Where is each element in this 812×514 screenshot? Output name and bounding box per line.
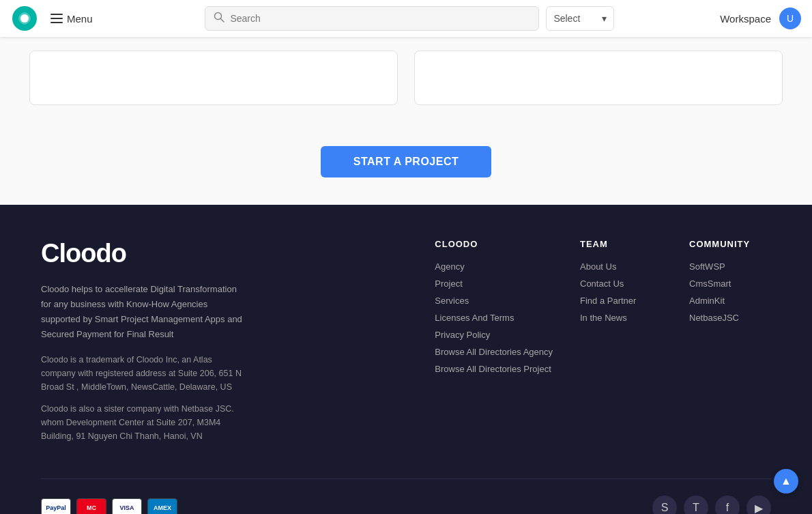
- select-label: Select: [553, 13, 580, 24]
- footer-link-adminkit[interactable]: AdminKit: [689, 296, 771, 306]
- footer-columns: CLOODO Agency Project Services Licenses …: [273, 239, 771, 451]
- footer-col-team: TEAM About Us Contact Us Find a Partner …: [580, 239, 662, 451]
- facebook-icon[interactable]: f: [715, 496, 740, 514]
- twitter-icon[interactable]: T: [684, 496, 708, 514]
- card-right: [414, 51, 783, 105]
- footer-link-partner[interactable]: Find a Partner: [580, 296, 662, 306]
- cards-section: [0, 37, 812, 126]
- footer-description-1: Cloodo helps to accellerate Digital Tran…: [41, 282, 246, 342]
- footer-brand: Cloodo Cloodo helps to accellerate Digit…: [41, 239, 246, 451]
- workspace-label: Workspace: [720, 13, 771, 25]
- footer-address-2: Cloodo is also a sister company with Net…: [41, 402, 246, 443]
- footer-col-community: COMMUNITY SoftWSP CmsSmart AdminKit Netb…: [689, 239, 771, 451]
- footer-link-contact[interactable]: Contact Us: [580, 279, 662, 289]
- chevron-down-icon: ▾: [602, 13, 607, 24]
- cloodo-col-title: CLOODO: [435, 239, 553, 249]
- card-left: [29, 51, 398, 105]
- header-right: Workspace U: [720, 8, 801, 29]
- footer: Cloodo Cloodo helps to accellerate Digit…: [0, 205, 812, 514]
- search-icon: [214, 12, 224, 25]
- footer-top: Cloodo Cloodo helps to accellerate Digit…: [41, 239, 771, 451]
- footer-link-agency[interactable]: Agency: [435, 261, 553, 272]
- header-left: Menu: [11, 5, 100, 32]
- community-col-title: COMMUNITY: [689, 239, 771, 249]
- footer-link-about[interactable]: About Us: [580, 261, 662, 272]
- header-center: Select ▾: [205, 6, 614, 31]
- header: Menu Select ▾ Workspace U: [0, 0, 812, 37]
- logo-icon[interactable]: [11, 5, 38, 32]
- search-input[interactable]: [230, 13, 530, 24]
- footer-link-browse-agency[interactable]: Browse All Directories Agency: [435, 347, 553, 357]
- footer-link-privacy[interactable]: Privacy Policy: [435, 330, 553, 340]
- footer-link-licenses[interactable]: Licenses And Terms: [435, 313, 553, 323]
- footer-link-cmssmart[interactable]: CmsSmart: [689, 279, 771, 289]
- svg-point-1: [20, 14, 29, 23]
- scroll-top-button[interactable]: ▲: [774, 469, 798, 494]
- paypal-icon: PayPal: [41, 498, 71, 514]
- footer-link-browse-project[interactable]: Browse All Directories Project: [435, 364, 553, 374]
- start-project-button[interactable]: START A PROJECT: [321, 146, 491, 177]
- visa-icon: VISA: [112, 498, 142, 514]
- team-col-title: TEAM: [580, 239, 662, 249]
- svg-line-3: [221, 19, 224, 23]
- payment-icons: PayPal MC VISA AMEX: [41, 498, 177, 514]
- footer-logo: Cloodo: [41, 239, 246, 268]
- select-dropdown[interactable]: Select ▾: [546, 6, 614, 31]
- skype-icon[interactable]: S: [652, 496, 677, 514]
- hamburger-icon: [50, 14, 63, 23]
- mastercard-icon: MC: [76, 498, 106, 514]
- footer-bottom: PayPal MC VISA AMEX S T f ▶: [41, 479, 771, 514]
- footer-link-news[interactable]: In the News: [580, 313, 662, 323]
- search-wrapper: [205, 6, 539, 31]
- menu-button[interactable]: Menu: [44, 9, 100, 29]
- avatar[interactable]: U: [779, 8, 801, 29]
- footer-col-cloodo: CLOODO Agency Project Services Licenses …: [435, 239, 553, 451]
- cta-section: START A PROJECT: [0, 126, 812, 205]
- footer-link-project[interactable]: Project: [435, 279, 553, 289]
- youtube-icon[interactable]: ▶: [746, 496, 771, 514]
- avatar-initial: U: [787, 13, 794, 24]
- footer-link-netbasejsc[interactable]: NetbaseJSC: [689, 313, 771, 323]
- footer-address-1: Cloodo is a trademark of Cloodo Inc, an …: [41, 353, 246, 394]
- workspace-button[interactable]: Workspace: [720, 13, 771, 25]
- menu-label: Menu: [67, 13, 93, 25]
- amex-icon: AMEX: [147, 498, 177, 514]
- social-icons: S T f ▶: [652, 496, 771, 514]
- footer-link-softwsp[interactable]: SoftWSP: [689, 261, 771, 272]
- footer-link-services[interactable]: Services: [435, 296, 553, 306]
